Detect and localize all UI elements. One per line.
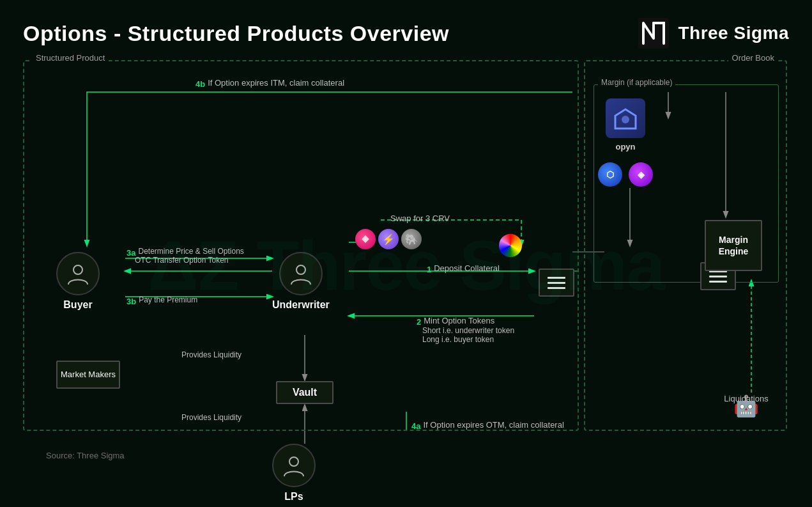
step-4a-text: If Option expires OTM, claim collateral <box>423 420 563 430</box>
ham-line-3 <box>548 287 565 289</box>
step-2-text1: Mint Option Tokens <box>424 316 494 325</box>
source-text: Source: Three Sigma <box>46 451 125 460</box>
token-icons-row: ⚡ 🐘 <box>355 229 422 249</box>
source-label: Source: Three Sigma <box>46 451 125 460</box>
underwriter-person-svg <box>289 261 313 286</box>
step-3b-label: 3b Pay the Premium <box>126 295 136 307</box>
market-makers-label: Market Makers <box>61 370 116 380</box>
step-4a-num: 4a <box>411 421 420 431</box>
svg-point-1 <box>73 265 82 274</box>
step-2-long: Long i.e. buyer token <box>422 335 494 344</box>
three-sigma-logo-icon <box>638 18 669 49</box>
rainbow-token <box>499 234 522 257</box>
opyn-label: opyn <box>615 142 635 152</box>
step-3a-text1: Determine Price & Sell Options <box>138 247 243 256</box>
buyer-label: Buyer <box>63 299 92 311</box>
protocol-icon-blue: ⬡ <box>598 162 622 187</box>
market-makers-box: Market Makers <box>56 361 120 389</box>
buyer-actor: Buyer <box>56 252 100 311</box>
provides-liq-2-text: Provides Liquidity <box>181 413 241 422</box>
margin-engine-box: MarginEngine <box>705 220 762 271</box>
token-icons-area: ⚡ 🐘 <box>355 229 422 249</box>
protocol-blue-symbol: ⬡ <box>606 169 614 180</box>
step-3a-transfer: OTC Transfer Option Token <box>135 256 229 265</box>
provides-liq-1-text: Provides Liquidity <box>181 350 241 359</box>
header: Options - Structured Products Overview T… <box>23 18 789 49</box>
logo-text: Three Sigma <box>678 23 789 43</box>
ham-line-r2 <box>709 276 727 277</box>
liquidations-area: Liquidations 🤖 <box>733 394 759 418</box>
step-2-num: 2 <box>417 317 421 327</box>
ham-line-2 <box>548 282 565 284</box>
ham-line-1 <box>548 277 565 279</box>
diagram: Structured Product Order Book Margin (if… <box>23 60 789 469</box>
token-icon-2-symbol: ⚡ <box>382 233 395 246</box>
token-svg-1 <box>360 233 371 245</box>
liquidations-label: Liquidations <box>724 394 768 403</box>
structured-product-label: Structured Product <box>32 53 109 63</box>
svg-point-2 <box>296 265 305 274</box>
step-4b-label: 4b If Option expires ITM, claim collater… <box>195 78 205 90</box>
ham-line-r3 <box>709 281 727 283</box>
step-3b-num: 3b <box>126 297 136 306</box>
margin-engine-label: MarginEngine <box>719 234 749 257</box>
token-icon-1 <box>355 229 376 249</box>
protocol-icons-row: ⬡ ◈ <box>598 162 653 187</box>
token-icon-2: ⚡ <box>378 229 399 249</box>
step-4a-label: 4a If Option expires OTM, claim collater… <box>411 420 420 432</box>
swap-text: Swap for 3 CRV <box>390 214 450 223</box>
opyn-icon <box>606 98 645 138</box>
step-1-num: 1 <box>427 265 431 274</box>
vault-label: Vault <box>293 387 317 398</box>
buyer-person-svg <box>66 261 90 286</box>
opyn-svg <box>613 107 638 130</box>
token-icon-3: 🐘 <box>401 229 422 249</box>
underwriter-actor: Underwriter <box>272 252 330 311</box>
step-4b-text: If Option expires ITM, claim collateral <box>208 78 344 88</box>
page: Options - Structured Products Overview T… <box>0 0 812 507</box>
token-icon-3-symbol: 🐘 <box>405 233 418 246</box>
protocol-icon-purple: ◈ <box>629 162 653 187</box>
underwriter-icon <box>279 252 323 295</box>
margin-label: Margin (if applicable) <box>598 78 675 87</box>
step-1-label: 1 Deposit Collateral <box>427 263 431 275</box>
lps-actor: LPs <box>272 444 316 503</box>
hamburger-icon-left <box>539 269 574 297</box>
opyn-area: opyn <box>606 98 645 152</box>
buyer-icon <box>56 252 100 295</box>
lps-label: LPs <box>284 491 303 503</box>
vault-box: Vault <box>276 381 333 404</box>
step-2-label: 2 Mint Option Tokens <box>417 316 421 327</box>
order-book-label: Order Book <box>728 53 778 63</box>
page-title: Options - Structured Products Overview <box>23 21 449 46</box>
svg-point-4 <box>622 116 629 123</box>
step-4b-num: 4b <box>195 79 205 89</box>
underwriter-label: Underwriter <box>272 299 330 311</box>
lps-icon <box>272 444 316 487</box>
logo-area: Three Sigma <box>638 18 789 49</box>
step-3b-text: Pay the Premium <box>139 295 197 304</box>
step-2-short: Short i.e. underwriter token <box>422 326 514 335</box>
lps-person-svg <box>282 453 306 478</box>
step-1-text: Deposit Collateral <box>434 263 500 273</box>
svg-point-3 <box>289 457 298 466</box>
protocol-purple-symbol: ◈ <box>638 169 645 180</box>
hamburger-box-left <box>539 269 574 297</box>
